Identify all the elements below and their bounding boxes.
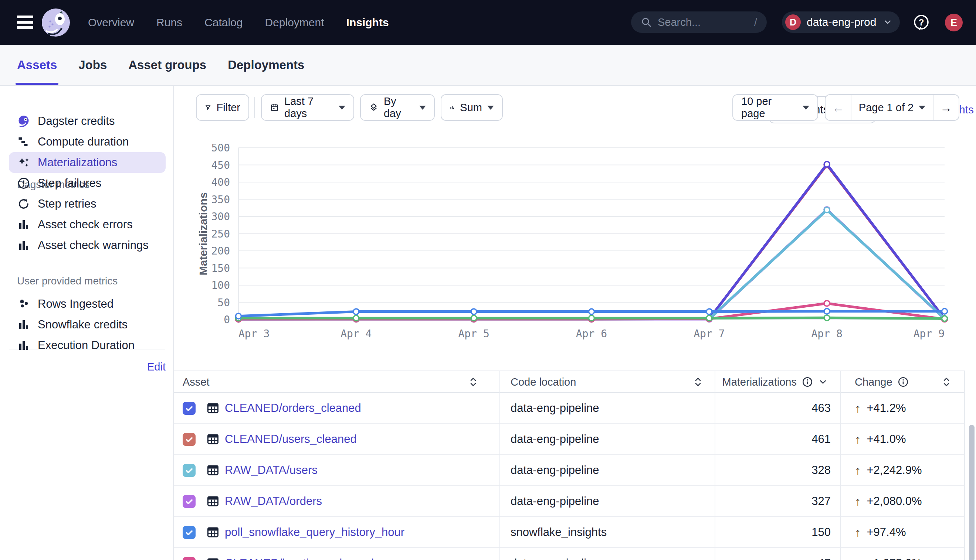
chevron-down-icon[interactable]: [818, 377, 828, 387]
aggregation-dropdown[interactable]: Sum: [441, 94, 503, 121]
asset-type-icon: [206, 557, 220, 560]
change-cell: ↑+1,075.0%: [855, 548, 922, 560]
chart-point[interactable]: [236, 313, 241, 319]
nav-item-overview[interactable]: Overview: [88, 16, 134, 29]
nav-item-runs[interactable]: Runs: [156, 16, 182, 29]
column-header-asset[interactable]: Asset: [183, 371, 210, 393]
search-input[interactable]: Search... /: [631, 12, 767, 33]
user-avatar[interactable]: E: [945, 14, 963, 32]
sidebar-item-materializations[interactable]: Materializations: [9, 152, 165, 173]
asset-link[interactable]: CLEANED/orders_cleaned: [225, 393, 361, 424]
bars-icon: [17, 238, 30, 252]
sidebar-item-execution-duration[interactable]: Execution Duration: [9, 335, 165, 356]
info-icon[interactable]: [897, 377, 909, 387]
date-range-dropdown[interactable]: Last 7 days: [261, 94, 354, 121]
page-selector[interactable]: Page 1 of 2: [851, 95, 934, 120]
chart-point[interactable]: [589, 309, 595, 314]
tab-asset-groups[interactable]: Asset groups: [128, 45, 206, 85]
asset-link[interactable]: RAW_DATA/orders: [225, 486, 322, 517]
y-axis-tick: 50: [217, 297, 230, 309]
chart-point[interactable]: [471, 309, 476, 314]
chart-point[interactable]: [707, 309, 712, 314]
scrollbar-thumb[interactable]: [969, 425, 974, 560]
column-header-change[interactable]: Change: [855, 371, 909, 393]
filter-button[interactable]: Filter: [196, 94, 249, 121]
primary-nav: OverviewRunsCatalogDeploymentInsights: [88, 0, 389, 45]
table-row: poll_snowflake_query_history_hoursnowfla…: [174, 517, 965, 548]
materializations-value: 328: [715, 455, 831, 486]
dagster-logo-icon[interactable]: [42, 8, 70, 37]
nav-item-insights[interactable]: Insights: [346, 16, 389, 29]
previous-page-button[interactable]: ←: [826, 95, 851, 120]
edit-metrics-link[interactable]: Edit: [144, 361, 165, 373]
code-location-value: data-eng-pipeline: [511, 424, 599, 455]
sidebar-item-asset-check-warnings[interactable]: Asset check warnings: [9, 235, 165, 256]
asset-type-icon: [206, 402, 220, 415]
sidebar-item-step-failures[interactable]: Step failures: [9, 173, 165, 193]
chart-point[interactable]: [824, 162, 830, 167]
y-axis-tick: 350: [211, 193, 230, 206]
next-page-button[interactable]: →: [934, 95, 959, 120]
sidebar-item-compute-duration[interactable]: Compute duration: [9, 132, 165, 152]
arrow-up-icon: ↑: [855, 495, 861, 508]
svg-text:?: ?: [919, 17, 924, 27]
per-page-dropdown[interactable]: 10 per page: [732, 94, 818, 121]
chart-point[interactable]: [824, 207, 830, 213]
sidebar-item-rows-ingested[interactable]: Rows Ingested: [9, 294, 165, 314]
asset-checkbox[interactable]: [183, 557, 196, 560]
sort-icon[interactable]: [694, 377, 702, 387]
tab-jobs[interactable]: Jobs: [79, 45, 107, 85]
top-navigation-bar: OverviewRunsCatalogDeploymentInsights Se…: [0, 0, 976, 45]
steps-icon: [17, 135, 30, 148]
table-asset-icon: [206, 402, 220, 415]
asset-checkbox[interactable]: [183, 402, 196, 415]
chart-point[interactable]: [942, 316, 948, 322]
tabs: AssetsJobsAsset groupsDeployments: [17, 45, 304, 85]
code-location-value: data-eng-pipeline: [511, 393, 599, 424]
metrics-sidebar: Dagster metrics Dagster creditsCompute d…: [0, 86, 174, 560]
chart-point[interactable]: [942, 308, 948, 314]
bars-icon: [17, 218, 30, 231]
sidebar-item-snowflake-credits[interactable]: Snowflake credits: [9, 314, 165, 335]
asset-link[interactable]: CLEANED/locations_cleaned: [225, 548, 374, 560]
chart-point[interactable]: [824, 308, 830, 314]
asset-checkbox[interactable]: [183, 464, 196, 477]
chart-point[interactable]: [824, 315, 830, 321]
tab-deployments[interactable]: Deployments: [228, 45, 304, 85]
asset-checkbox[interactable]: [183, 495, 196, 508]
info-icon[interactable]: [802, 377, 813, 387]
search-icon: [641, 17, 652, 28]
chart-point[interactable]: [824, 301, 830, 306]
asset-link[interactable]: poll_snowflake_query_history_hour: [225, 517, 404, 548]
chart-point[interactable]: [589, 315, 595, 321]
sort-icon[interactable]: [943, 377, 950, 387]
sidebar-item-asset-check-errors[interactable]: Asset check errors: [9, 214, 165, 235]
org-avatar: D: [785, 14, 801, 30]
sort-icon[interactable]: [470, 377, 477, 387]
column-header-materializations[interactable]: Materializations: [715, 371, 831, 393]
bucket-dropdown[interactable]: By day: [360, 94, 435, 121]
help-icon[interactable]: ?: [912, 14, 930, 32]
nav-item-catalog[interactable]: Catalog: [204, 16, 242, 29]
asset-link[interactable]: RAW_DATA/users: [225, 455, 318, 486]
table-row: CLEANED/orders_cleaneddata-eng-pipeline4…: [174, 393, 965, 424]
sidebar-item-step-retries[interactable]: Step retries: [9, 193, 165, 214]
nav-item-deployment[interactable]: Deployment: [265, 16, 324, 29]
chart-line: [239, 165, 944, 320]
asset-type-icon: [206, 495, 220, 508]
sidebar-item-label: Snowflake credits: [38, 318, 127, 331]
asset-link[interactable]: CLEANED/users_cleaned: [225, 424, 357, 455]
org-switcher[interactable]: D data-eng-prod: [782, 12, 900, 33]
sidebar-item-dagster-credits[interactable]: Dagster credits: [9, 111, 165, 132]
chart-point[interactable]: [471, 315, 476, 321]
chart-point[interactable]: [353, 309, 359, 314]
chart-point[interactable]: [707, 315, 712, 321]
layers-icon: [369, 102, 379, 113]
arrow-up-icon: ↑: [855, 433, 861, 445]
asset-checkbox[interactable]: [183, 433, 196, 446]
hamburger-menu-icon[interactable]: [17, 15, 33, 29]
asset-checkbox[interactable]: [183, 526, 196, 539]
chart-point[interactable]: [353, 315, 359, 321]
tab-assets[interactable]: Assets: [17, 45, 57, 85]
column-header-code-location[interactable]: Code location: [511, 371, 576, 393]
